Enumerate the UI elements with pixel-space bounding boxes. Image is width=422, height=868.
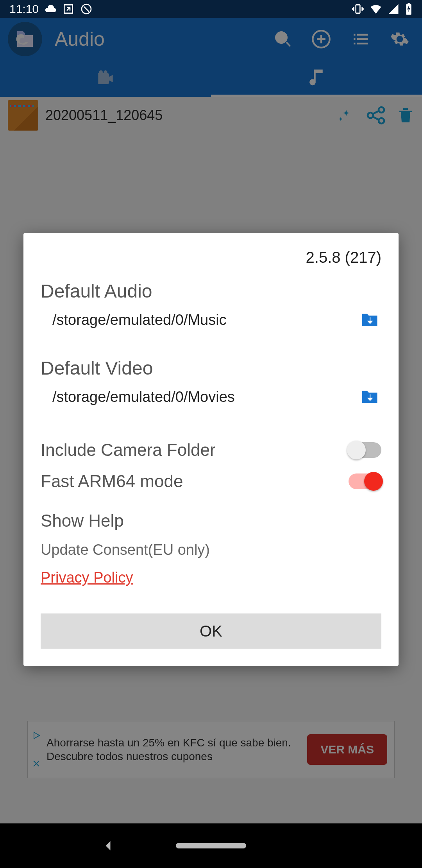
privacy-policy-link[interactable]: Privacy Policy (41, 569, 381, 586)
status-time: 11:10 (9, 2, 39, 16)
default-video-label: Default Video (41, 357, 381, 379)
fast-arm64-label: Fast ARM64 mode (41, 472, 341, 491)
fast-arm64-toggle[interactable] (349, 473, 381, 489)
square-arrow-icon (62, 3, 75, 15)
status-bar: 11:10 (0, 0, 422, 18)
battery-icon (405, 3, 413, 15)
svg-rect-1 (356, 5, 360, 13)
signal-icon (388, 3, 399, 15)
include-camera-toggle[interactable] (349, 442, 381, 458)
cloud-icon (44, 3, 57, 15)
include-camera-label: Include Camera Folder (41, 440, 341, 460)
settings-dialog: 2.5.8 (217) Default Audio /storage/emula… (23, 233, 399, 666)
dnd-icon (80, 3, 93, 15)
default-audio-label: Default Audio (41, 280, 381, 302)
vibrate-icon (352, 3, 364, 15)
default-video-path: /storage/emulated/0/Movies (52, 389, 350, 405)
show-help-button[interactable]: Show Help (41, 511, 381, 531)
app-version: 2.5.8 (217) (41, 249, 381, 266)
svg-rect-3 (408, 3, 409, 4)
system-nav-bar (0, 823, 422, 868)
update-consent-button[interactable]: Update Consent(EU only) (41, 542, 381, 558)
default-audio-path: /storage/emulated/0/Music (52, 312, 350, 328)
wifi-icon (370, 3, 382, 15)
home-pill[interactable] (176, 843, 246, 848)
ok-button[interactable]: OK (41, 613, 381, 649)
back-icon[interactable] (102, 839, 116, 853)
pick-video-folder-button[interactable] (358, 387, 381, 407)
pick-audio-folder-button[interactable] (358, 310, 381, 330)
